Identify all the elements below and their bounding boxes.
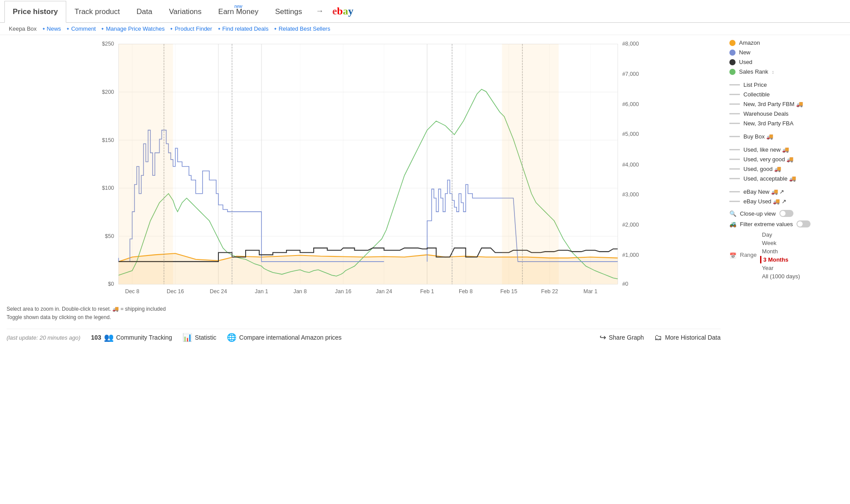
- share-label: Share Graph: [609, 334, 644, 341]
- legend-sales-rank[interactable]: Sales Rank ↕: [729, 68, 843, 75]
- legend-new[interactable]: New: [729, 49, 843, 56]
- svg-text:$200: $200: [102, 89, 114, 95]
- legend-amazon[interactable]: Amazon: [729, 39, 843, 46]
- svg-text:#8,000: #8,000: [622, 41, 639, 47]
- legend-used-very-good-label: Used, very good 🚚: [743, 156, 793, 163]
- toolbar-manage-price-watches[interactable]: Manage Price Watches: [101, 25, 164, 32]
- toolbar-news[interactable]: News: [42, 25, 61, 32]
- range-label: Range: [740, 252, 757, 258]
- statistic-label: Statistic: [195, 334, 216, 341]
- used-good-dash: [729, 168, 740, 170]
- svg-text:Feb 15: Feb 15: [500, 288, 518, 295]
- main-content: $250 $200 $150 $100 $50 $0 #8,000 #7,000…: [0, 35, 850, 350]
- tab-track-product[interactable]: Track product: [66, 1, 128, 22]
- tab-earn-money[interactable]: new Earn Money: [210, 1, 267, 22]
- legend-ebay-new-label: eBay New 🚚 ↗: [743, 188, 784, 195]
- footnote-line2: Toggle shown data by clicking on the leg…: [7, 313, 721, 322]
- price-history-chart[interactable]: $250 $200 $150 $100 $50 $0 #8,000 #7,000…: [7, 39, 721, 302]
- sales-rank-dot: [729, 69, 736, 75]
- footnote-line1: Select area to zoom in. Double-click to …: [7, 305, 721, 313]
- top-navigation: Price history Track product Data Variati…: [0, 0, 850, 23]
- toolbar-comment[interactable]: Comment: [66, 25, 96, 32]
- legend-new-3p-fba[interactable]: New, 3rd Party FBA: [729, 120, 843, 127]
- toolbar-find-related-deals[interactable]: Find related Deals: [218, 25, 269, 32]
- svg-text:#4,000: #4,000: [622, 162, 639, 168]
- history-icon: 🗂: [654, 333, 662, 342]
- svg-text:Dec 8: Dec 8: [125, 288, 139, 295]
- new-badge: new: [234, 4, 242, 9]
- svg-text:$0: $0: [108, 281, 114, 287]
- toolbar-related-best-sellers[interactable]: Related Best Sellers: [274, 25, 330, 32]
- closeup-icon: 🔍: [729, 210, 736, 217]
- compare-international-button[interactable]: 🌐 Compare international Amazon prices: [227, 333, 341, 342]
- community-icon: 👥: [104, 333, 114, 342]
- used-acceptable-dash: [729, 178, 740, 179]
- svg-text:#6,000: #6,000: [622, 101, 639, 107]
- filter-icon: 🚜: [729, 221, 736, 227]
- used-like-new-dash: [729, 149, 740, 150]
- statistic-icon: 📊: [182, 333, 192, 342]
- legend-new-3p-fbm-label: New, 3rd Party FBM 🚚: [743, 101, 803, 107]
- range-3months[interactable]: 3 Months: [760, 256, 802, 263]
- range-year[interactable]: Year: [760, 264, 802, 272]
- svg-text:Feb 22: Feb 22: [541, 288, 558, 295]
- statistic-button[interactable]: 📊 Statistic: [182, 333, 216, 342]
- compare-label: Compare international Amazon prices: [239, 334, 341, 341]
- svg-text:Dec 24: Dec 24: [210, 288, 227, 295]
- community-count: 103: [91, 334, 101, 341]
- nav-arrow: →: [311, 7, 329, 16]
- amazon-dot: [729, 40, 736, 46]
- legend-warehouse-deals-label: Warehouse Deals: [743, 110, 789, 117]
- range-row: 📅 Range Day Week Month 3 Months Year All…: [729, 231, 843, 280]
- legend-buy-box-label: Buy Box 🚚: [743, 133, 773, 140]
- tab-variations[interactable]: Variations: [161, 1, 210, 22]
- range-all[interactable]: All (1000 days): [760, 273, 802, 280]
- range-week[interactable]: Week: [760, 239, 802, 247]
- closeup-view-row: 🔍 Close-up view: [729, 210, 843, 217]
- sort-icon: ↕: [771, 69, 774, 75]
- ebay-logo[interactable]: ebay: [329, 5, 357, 17]
- legend-ebay-used[interactable]: eBay Used 🚚 ↗: [729, 198, 843, 205]
- tab-data[interactable]: Data: [128, 1, 161, 22]
- warehouse-deals-dash: [729, 113, 740, 114]
- svg-text:#3,000: #3,000: [622, 192, 639, 198]
- community-label: Community Tracking: [116, 334, 172, 341]
- legend-used[interactable]: Used: [729, 59, 843, 65]
- buy-box-dash: [729, 136, 740, 137]
- toolbar-product-finder[interactable]: Product Finder: [170, 25, 212, 32]
- share-graph-button[interactable]: ↪ Share Graph: [600, 333, 644, 342]
- svg-rect-50: [502, 44, 559, 284]
- legend-used-very-good[interactable]: Used, very good 🚚: [729, 156, 843, 163]
- legend-list-price[interactable]: List Price: [729, 82, 843, 88]
- range-month[interactable]: Month: [760, 248, 802, 255]
- legend-controls: 🔍 Close-up view 🚜 Filter extreme values …: [729, 210, 843, 280]
- range-options: Day Week Month 3 Months Year All (1000 d…: [760, 231, 802, 280]
- legend-collectible[interactable]: Collectible: [729, 91, 843, 98]
- tab-settings[interactable]: Settings: [267, 1, 310, 22]
- legend-ebay-used-label: eBay Used 🚚 ↗: [743, 198, 786, 205]
- closeup-label: Close-up view: [740, 210, 776, 217]
- keepa-toolbar: Keepa Box News Comment Manage Price Watc…: [0, 23, 850, 35]
- chart-footnotes: Select area to zoom in. Double-click to …: [7, 305, 721, 322]
- tab-price-history[interactable]: Price history: [4, 1, 66, 23]
- svg-text:#0: #0: [622, 281, 629, 287]
- legend-ebay-new[interactable]: eBay New 🚚 ↗: [729, 188, 843, 195]
- legend-used-acceptable[interactable]: Used, acceptable 🚚: [729, 175, 843, 182]
- svg-text:Jan 8: Jan 8: [293, 288, 307, 295]
- chart-bottom-bar: (last update: 20 minutes ago) 103 👥 Comm…: [7, 329, 721, 346]
- community-tracking-button[interactable]: 103 👥 Community Tracking: [91, 333, 172, 342]
- legend-new-3p-fbm[interactable]: New, 3rd Party FBM 🚚: [729, 101, 843, 107]
- filter-extremes-toggle[interactable]: [796, 220, 811, 227]
- svg-rect-49: [118, 44, 173, 284]
- legend-warehouse-deals[interactable]: Warehouse Deals: [729, 110, 843, 117]
- legend-used-good[interactable]: Used, good 🚚: [729, 166, 843, 172]
- chart-wrap[interactable]: $250 $200 $150 $100 $50 $0 #8,000 #7,000…: [7, 39, 721, 302]
- filter-extremes-row: 🚜 Filter extreme values: [729, 220, 843, 227]
- legend-sales-rank-label: Sales Rank: [739, 68, 768, 75]
- new-3p-fbm-dash: [729, 103, 740, 105]
- legend-buy-box[interactable]: Buy Box 🚚: [729, 133, 843, 140]
- range-day[interactable]: Day: [760, 231, 802, 238]
- legend-used-like-new[interactable]: Used, like new 🚚: [729, 146, 843, 153]
- more-historical-button[interactable]: 🗂 More Historical Data: [654, 333, 721, 342]
- closeup-toggle[interactable]: [779, 210, 793, 217]
